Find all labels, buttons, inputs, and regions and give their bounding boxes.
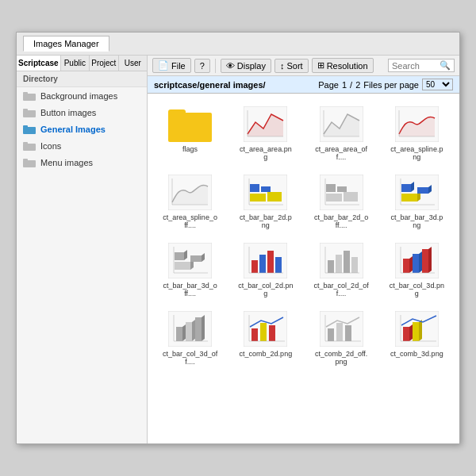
file-thumb <box>167 240 214 280</box>
svg-rect-1 <box>23 92 28 94</box>
svg-rect-75 <box>422 249 428 273</box>
sidebar-item-icons[interactable]: Icons <box>17 137 147 154</box>
file-label: ct_comb_2d_off.png <box>313 350 369 366</box>
file-thumb <box>167 172 214 212</box>
svg-rect-41 <box>401 194 417 202</box>
sidebar: Scriptcase Public Project User Directory… <box>17 56 148 443</box>
file-thumb <box>317 240 365 280</box>
svg-marker-104 <box>419 320 422 341</box>
content-area: 📄 File ? 👁 Display ↕ Sort ⊞ Resolutio <box>148 56 459 443</box>
svg-rect-101 <box>403 327 409 341</box>
sidebar-tabs: Scriptcase Public Project User <box>17 56 147 71</box>
folder-icon <box>23 107 36 117</box>
file-item-ct-bar-col-3d-off[interactable]: ct_bar_col_3d_off.... <box>154 305 226 370</box>
toolbar: 📄 File ? 👁 Display ↕ Sort ⊞ Resolutio <box>148 56 459 76</box>
svg-marker-72 <box>409 256 413 273</box>
sidebar-item-background[interactable]: Background images <box>17 87 147 104</box>
svg-rect-3 <box>23 109 28 111</box>
file-item-ct-bar-col-3d[interactable]: ct_bar_col_3d.png <box>381 236 453 301</box>
file-item-flags[interactable]: flags <box>154 100 226 165</box>
resolution-icon: ⊞ <box>317 60 324 71</box>
svg-rect-33 <box>326 194 342 202</box>
file-item-ct-comb-2d-off[interactable]: ct_comb_2d_off.png <box>305 305 378 370</box>
file-item-ct-area-spline-off[interactable]: ct_area_spline_off.... <box>154 168 226 233</box>
svg-rect-7 <box>23 142 28 144</box>
file-item-ct-area-area-off[interactable]: ct_area_area_off.... <box>305 100 378 165</box>
folder-big-icon <box>168 106 212 142</box>
bar-col-2d-off-icon <box>320 243 363 278</box>
search-icon: 🔍 <box>440 60 451 71</box>
sidebar-item-general[interactable]: General Images <box>17 121 147 137</box>
file-thumb <box>317 309 365 348</box>
folder-icon <box>23 90 36 101</box>
sidebar-tab-public[interactable]: Public <box>61 56 90 71</box>
svg-marker-81 <box>182 324 186 341</box>
bar-bar-2d-icon <box>244 175 287 210</box>
sidebar-tab-project[interactable]: Project <box>90 56 118 71</box>
file-item-ct-area-area[interactable]: ct_area_area.png <box>229 100 301 165</box>
sort-button[interactable]: ↕ Sort <box>274 59 309 73</box>
svg-rect-26 <box>250 194 266 202</box>
area-chart-off-icon <box>320 106 363 142</box>
file-item-ct-bar-bar-3d-off[interactable]: ct_bar_bar_3d_off.... <box>154 236 226 301</box>
svg-marker-74 <box>419 251 422 273</box>
title-bar: Images Manager <box>17 33 459 56</box>
file-label: ct_area_area_off.... <box>313 145 369 161</box>
current-path: scriptcase/general images/ <box>154 80 266 90</box>
file-item-ct-bar-bar-3d[interactable]: ct_bar_bar_3d.png <box>381 168 453 233</box>
svg-rect-89 <box>251 328 258 341</box>
svg-rect-34 <box>337 186 347 192</box>
search-input[interactable] <box>392 61 440 71</box>
search-box[interactable]: 🔍 <box>388 59 455 72</box>
svg-rect-57 <box>251 260 258 273</box>
file-label: ct_bar_col_3d_off.... <box>163 350 218 366</box>
svg-rect-28 <box>267 192 282 202</box>
bar-col-3d-icon <box>395 243 439 278</box>
area-spline-off-icon <box>168 175 212 210</box>
area-spline-icon <box>395 106 439 142</box>
sidebar-tab-scriptcase[interactable]: Scriptcase <box>17 56 61 71</box>
resolution-button[interactable]: ⊞ Resolution <box>312 58 374 73</box>
help-button[interactable]: ? <box>194 59 210 73</box>
sidebar-tab-user[interactable]: User <box>119 56 147 71</box>
file-item-ct-comb-2d[interactable]: ct_comb_2d.png <box>229 305 301 370</box>
file-button[interactable]: 📄 File <box>152 58 191 73</box>
file-item-ct-bar-bar-2d-off[interactable]: ct_bar_bar_2d_off.... <box>305 168 378 233</box>
sidebar-item-menu[interactable]: Menu images <box>17 154 147 171</box>
file-item-ct-bar-col-2d[interactable]: ct_bar_col_2d.png <box>229 236 301 301</box>
svg-rect-32 <box>326 184 336 192</box>
file-label: ct_bar_col_3d.png <box>389 282 444 298</box>
file-item-ct-bar-bar-2d[interactable]: ct_bar_bar_2d.png <box>229 168 301 233</box>
svg-rect-82 <box>186 322 192 341</box>
file-thumb <box>393 240 440 280</box>
svg-rect-97 <box>345 325 351 341</box>
file-item-ct-area-spline[interactable]: ct_area_spline.png <box>381 100 453 165</box>
file-item-ct-bar-col-2d-off[interactable]: ct_bar_col_2d_off.... <box>305 236 378 301</box>
file-label: ct_bar_bar_2d.png <box>238 213 294 229</box>
svg-rect-64 <box>328 260 334 273</box>
svg-rect-91 <box>269 325 275 341</box>
files-per-page-select[interactable]: 50 100 <box>422 79 453 90</box>
sidebar-item-button[interactable]: Button images <box>17 104 147 121</box>
path-bar: scriptcase/general images/ Page 1 / 2 Fi… <box>148 76 459 94</box>
file-label: ct_area_spline.png <box>389 145 444 161</box>
comb-2d-off-icon <box>320 311 363 347</box>
svg-marker-85 <box>202 315 205 341</box>
svg-rect-90 <box>260 323 267 341</box>
display-button[interactable]: 👁 Display <box>221 59 271 73</box>
file-thumb <box>393 309 440 348</box>
svg-rect-52 <box>190 255 202 262</box>
file-thumb <box>317 172 365 212</box>
main-layout: Scriptcase Public Project User Directory… <box>17 56 459 443</box>
svg-rect-66 <box>344 251 350 273</box>
svg-rect-35 <box>344 192 358 202</box>
svg-rect-8 <box>23 160 36 167</box>
file-thumb <box>167 104 214 144</box>
page-info: Page 1 / 2 Files per page 50 100 <box>318 79 453 90</box>
window-tab[interactable]: Images Manager <box>23 36 109 52</box>
file-thumb <box>242 309 290 348</box>
svg-rect-43 <box>417 187 428 194</box>
bar-bar-2d-off-icon <box>320 175 363 210</box>
bar-bar-3d-icon <box>395 175 439 210</box>
file-item-ct-comb-3d[interactable]: ct_comb_3d.png <box>381 305 453 370</box>
